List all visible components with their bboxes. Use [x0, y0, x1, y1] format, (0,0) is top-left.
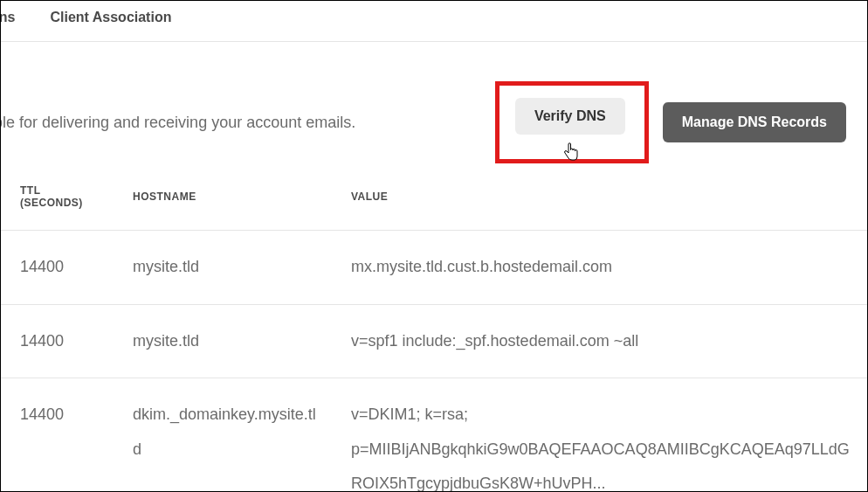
table-row: 14400 mysite.tld mx.mysite.tld.cust.b.ho… [1, 231, 867, 305]
header-hostname: HOSTNAME [119, 179, 337, 231]
nav-tabs: ons Client Association [1, 1, 867, 42]
table-header-row: TTL (SECONDS) HOSTNAME VALUE [1, 179, 867, 231]
cell-value: v=spf1 include:_spf.hostedemail.com ~all [337, 304, 867, 378]
dns-records-table: TTL (SECONDS) HOSTNAME VALUE 14400 mysit… [1, 179, 867, 492]
cell-hostname: dkim._domainkey.mysite.tld [119, 378, 337, 492]
cell-hostname: mysite.tld [119, 304, 337, 378]
verify-dns-button[interactable]: Verify DNS [515, 98, 625, 135]
description-row: ble for delivering and receiving your ac… [1, 42, 867, 179]
table-row: 14400 mysite.tld v=spf1 include:_spf.hos… [1, 304, 867, 378]
header-value: VALUE [337, 179, 867, 231]
cursor-pointer-icon [562, 142, 580, 163]
cell-ttl: 14400 [1, 378, 119, 492]
description-text: ble for delivering and receiving your ac… [0, 114, 495, 132]
cell-value: mx.mysite.tld.cust.b.hostedemail.com [337, 231, 867, 305]
manage-dns-records-button[interactable]: Manage DNS Records [663, 102, 846, 142]
tab-partial[interactable]: ons [0, 10, 15, 25]
table-row: 14400 dkim._domainkey.mysite.tld v=DKIM1… [1, 378, 867, 492]
cell-ttl: 14400 [1, 304, 119, 378]
button-group: Verify DNS Manage DNS Records [495, 81, 846, 163]
cell-hostname: mysite.tld [119, 231, 337, 305]
tab-client-association[interactable]: Client Association [50, 10, 171, 25]
header-ttl: TTL (SECONDS) [1, 179, 119, 231]
cell-value: v=DKIM1; k=rsa; p=MIIBIjANBgkqhkiG9w0BAQ… [337, 378, 867, 492]
verify-highlight-box: Verify DNS [495, 81, 649, 163]
cell-ttl: 14400 [1, 231, 119, 305]
